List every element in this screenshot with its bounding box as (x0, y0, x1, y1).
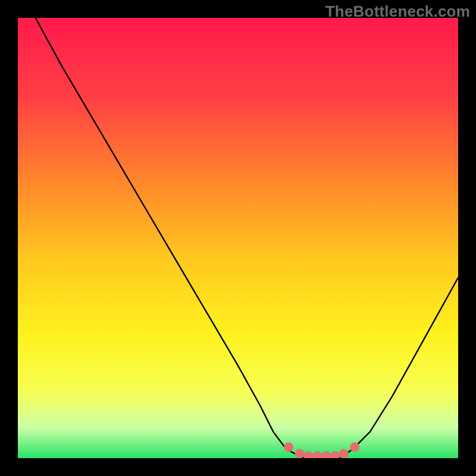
marker-dot (295, 449, 305, 458)
marker-dot (339, 449, 349, 458)
plot-area (18, 18, 458, 458)
plot-svg (18, 18, 458, 458)
chart-canvas: TheBottleneck.com (0, 0, 476, 476)
marker-dot (350, 443, 359, 452)
plot-background (18, 18, 458, 458)
marker-dot (284, 443, 293, 452)
